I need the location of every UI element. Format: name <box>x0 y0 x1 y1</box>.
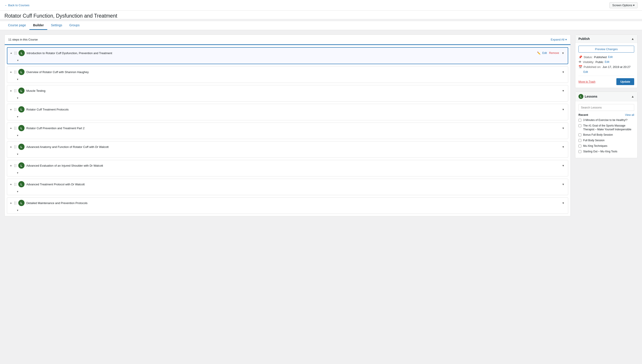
arrow-up-icon[interactable]: ▲ <box>10 164 12 167</box>
collapse-lesson-button[interactable]: ▾ <box>561 51 565 55</box>
collapse-lesson-button[interactable]: ▾ <box>561 163 565 168</box>
collapse-lesson-button[interactable]: ▾ <box>561 70 565 74</box>
lesson-header: ▲ L Muscle Testing ▾ <box>7 85 568 96</box>
lesson-title: Detailed Maintenance and Prevention Prot… <box>26 202 559 205</box>
page-title: Rotator Cuff Function, Dysfunction and T… <box>5 13 637 19</box>
sort-arrows: ▲ <box>10 70 12 73</box>
course-builder-card: 11 steps in this Course Expand All ▾ ▲ <box>5 34 571 216</box>
back-to-courses-link[interactable]: ← Back to Courses <box>5 4 30 7</box>
move-to-trash-link[interactable]: Move to Trash <box>578 80 595 83</box>
collapse-lessons-button[interactable]: ▲ <box>631 95 634 98</box>
drag-handle[interactable] <box>14 146 17 148</box>
collapse-arrow[interactable]: ▾ <box>17 152 18 156</box>
publish-title: Publish <box>578 37 590 40</box>
lesson-item: ▲ L Advanced Anatomy and Function of Rot… <box>7 141 568 158</box>
drag-handle[interactable] <box>14 89 17 92</box>
published-edit-link[interactable]: Edit <box>583 70 588 74</box>
collapse-arrow[interactable]: ▾ <box>17 59 19 62</box>
arrow-up-icon[interactable]: ▲ <box>10 146 12 148</box>
status-label: Status: <box>583 56 592 59</box>
arrow-up-icon[interactable]: ▲ <box>10 108 12 111</box>
lesson-type-icon: L <box>19 50 25 56</box>
lesson-collapse-row: ▾ <box>7 115 568 120</box>
collapse-publish-button[interactable]: ▲ <box>631 37 634 40</box>
arrow-up-icon[interactable]: ▲ <box>10 70 12 73</box>
drag-handle[interactable] <box>14 202 17 204</box>
collapse-arrow[interactable]: ▾ <box>17 96 18 100</box>
collapse-arrow[interactable]: ▾ <box>17 209 18 212</box>
edit-pencil-icon[interactable]: ✏️ <box>537 52 540 55</box>
collapse-arrow[interactable]: ▾ <box>17 134 18 137</box>
lesson-collapse-row: ▾ <box>7 96 568 101</box>
drag-handle[interactable] <box>15 52 17 54</box>
drag-handle[interactable] <box>14 108 17 111</box>
lesson-checkbox-2[interactable] <box>578 124 581 127</box>
lesson-checkbox-5[interactable] <box>578 144 581 148</box>
collapse-arrow[interactable]: ▾ <box>17 115 18 118</box>
lessons-type-icon: L <box>578 94 583 99</box>
lesson-title: Introduction to Rotator Cuff Dysfunction… <box>27 52 534 55</box>
collapse-arrow[interactable]: ▾ <box>17 78 18 81</box>
top-bar: ← Back to Courses Screen Options ▾ <box>0 0 642 11</box>
lesson-header: ▲ L Introduction to Rotator Cuff Dysfunc… <box>7 48 568 58</box>
tab-course-page[interactable]: Course page <box>5 21 30 30</box>
drag-handle[interactable] <box>14 127 17 130</box>
lesson-type-icon: L <box>18 144 25 150</box>
status-row: 📌 Status: Published Edit <box>578 55 634 59</box>
sort-arrows: ▲ <box>10 89 12 92</box>
collapse-arrow[interactable]: ▾ <box>17 171 18 174</box>
lesson-header: ▲ L Advanced Treatment Protocol with Dr … <box>7 179 568 190</box>
lesson-header: ▲ L Advanced Anatomy and Function of Rot… <box>7 142 568 152</box>
collapse-lesson-button[interactable]: ▾ <box>561 107 565 112</box>
lesson-title: Overview of Rotator Cuff with Shannon Ha… <box>26 70 559 74</box>
lesson-checkbox-3[interactable] <box>578 134 581 136</box>
screen-options-button[interactable]: Screen Options ▾ <box>609 2 637 8</box>
update-button[interactable]: Update <box>616 78 634 85</box>
edit-lesson-link[interactable]: Edit <box>542 52 547 54</box>
drag-handle[interactable] <box>14 183 17 186</box>
drag-handle[interactable] <box>14 164 17 167</box>
main-content: 11 steps in this Course Expand All ▾ ▲ <box>0 30 642 221</box>
sidebar: Publish ▲ Preview Changes 📌 Status: Publ… <box>575 34 637 162</box>
preview-changes-button[interactable]: Preview Changes <box>578 46 634 52</box>
tab-groups[interactable]: Groups <box>66 21 83 30</box>
lesson-item: ▲ L Rotator Cuff Prevention and Treatmen… <box>7 122 568 139</box>
collapse-lesson-button[interactable]: ▾ <box>561 88 565 93</box>
lesson-title: Advanced Evaluation of an Injured Should… <box>26 164 559 167</box>
visibility-label: Visibility: <box>583 60 594 64</box>
lessons-title: L Lessons <box>578 94 597 99</box>
collapse-lesson-button[interactable]: ▾ <box>561 182 565 186</box>
lesson-title: Rotator Cuff Prevention and Treatment Pa… <box>26 126 559 130</box>
drag-handle[interactable] <box>14 70 17 74</box>
collapse-lesson-button[interactable]: ▾ <box>561 201 565 205</box>
arrow-up-icon[interactable]: ▲ <box>10 89 12 92</box>
lesson-checkbox-6[interactable] <box>578 150 581 153</box>
visibility-row: 👁 Visibility: Public Edit <box>578 60 634 64</box>
collapse-lesson-button[interactable]: ▾ <box>561 144 565 149</box>
arrow-up-icon[interactable]: ▲ <box>10 183 12 186</box>
collapse-lesson-button[interactable]: ▾ <box>561 126 565 130</box>
status-edit-link[interactable]: Edit <box>608 56 613 58</box>
list-item: The #1 Goal of the Sports Massage Therap… <box>578 124 634 132</box>
list-item: 3 Minutes of Exercise to be Healthy!? <box>578 118 634 122</box>
search-lessons-input[interactable] <box>578 104 634 111</box>
arrow-up-icon[interactable]: ▲ <box>10 127 12 130</box>
lesson-type-icon: L <box>18 162 25 169</box>
arrow-up-icon[interactable]: ▲ <box>10 52 12 54</box>
tab-builder[interactable]: Builder <box>30 21 47 30</box>
view-all-link[interactable]: View all <box>625 114 634 116</box>
list-item: Mu-Xing Techniques <box>578 144 634 148</box>
lesson-checkbox-4[interactable] <box>578 139 581 142</box>
lesson-checkbox-1[interactable] <box>578 119 581 122</box>
steps-count: 11 steps in this Course <box>8 38 38 41</box>
sort-arrows: ▲ <box>10 127 12 130</box>
collapse-arrow[interactable]: ▾ <box>17 190 18 193</box>
expand-all-button[interactable]: Expand All ▾ <box>551 38 567 41</box>
lesson-header: ▲ L Rotator Cuff Prevention and Treatmen… <box>7 123 568 134</box>
tab-settings[interactable]: Settings <box>47 21 66 30</box>
recent-label: Recent <box>578 113 588 116</box>
lesson-list-text: Bonus Full Body Session <box>583 133 613 137</box>
remove-lesson-link[interactable]: Remove <box>549 52 559 54</box>
visibility-edit-link[interactable]: Edit <box>605 60 609 64</box>
arrow-up-icon[interactable]: ▲ <box>10 202 12 204</box>
